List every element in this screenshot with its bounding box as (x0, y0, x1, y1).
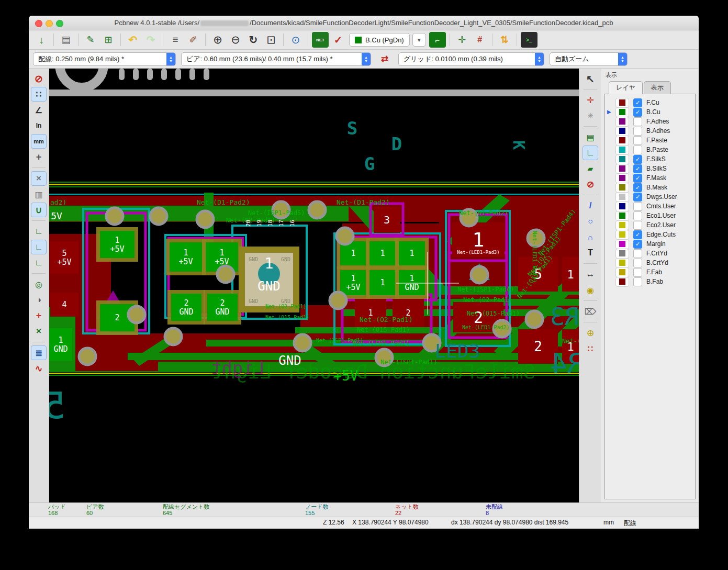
layer-color-swatch[interactable] (615, 107, 629, 117)
zoom-stepper-icon[interactable]: ▲▼ (618, 53, 627, 65)
save-board-button[interactable]: ↓ (33, 32, 50, 48)
layer-row-margin[interactable]: ✓Margin (605, 239, 695, 249)
layer-visibility-checkbox[interactable] (633, 202, 642, 211)
layer-color-swatch[interactable] (615, 249, 629, 259)
swap-layers-button[interactable]: ⇅ (496, 32, 513, 48)
add-graphic-line-button[interactable]: / (583, 198, 598, 213)
add-zone-button[interactable]: ▰ (583, 161, 598, 176)
layer-visibility-checkbox[interactable] (633, 136, 642, 145)
pads-sketch-button[interactable]: ∟ (31, 255, 47, 270)
layer-row-edge-cuts[interactable]: ✓Edge.Cuts (605, 230, 695, 239)
layer-row-dwgs-user[interactable]: ✓Dwgs.User (605, 192, 695, 202)
layers-manager-button[interactable]: ≣ (31, 345, 47, 360)
tracks-filled-button[interactable]: ∟ (31, 224, 47, 239)
layer-row-f-paste[interactable]: F.Paste (605, 136, 695, 145)
route-track-button[interactable]: ∟ (583, 146, 598, 160)
layer-selector-chevron-icon[interactable]: ▼ (412, 33, 426, 47)
tab-render[interactable]: 表示 (644, 81, 671, 94)
layer-row-f-mask[interactable]: ✓F.Mask (605, 173, 695, 183)
layer-row-b-cu[interactable]: ▶✓B.Cu (605, 107, 695, 117)
zoom-out-button[interactable]: ⊖ (227, 32, 244, 48)
layer-color-swatch[interactable] (615, 211, 629, 221)
ratsnest-mode-button[interactable]: # (472, 32, 488, 48)
track-width-select[interactable]: 配線: 0.250 mm (9.84 mils) * ▲▼ (33, 52, 176, 66)
add-keepout-button[interactable]: ⊘ (583, 177, 598, 192)
track-via-properties-button[interactable]: ⌐ (429, 32, 446, 48)
layer-color-swatch[interactable] (615, 98, 629, 108)
layer-color-swatch[interactable] (615, 258, 629, 268)
layer-row-b-fab[interactable]: B.Fab (605, 277, 695, 286)
local-ratsnest-button[interactable]: ✳ (583, 108, 598, 123)
pcb-canvas[interactable]: 1+5V21+5V1+5V2GND2GND1111+5V11GND1GND5+5… (49, 69, 579, 502)
layer-row-b-mask[interactable]: ✓B.Mask (605, 183, 695, 192)
layer-color-swatch[interactable] (615, 239, 629, 249)
layer-color-swatch[interactable] (615, 183, 629, 193)
module-editor-button[interactable]: ✎ (82, 32, 99, 48)
highlight-net-button[interactable]: ✛ (583, 93, 598, 107)
layer-row-cmts-user[interactable]: Cmts.User (605, 202, 695, 211)
undo-button[interactable]: ↶ (125, 32, 141, 48)
layer-row-b-paste[interactable]: B.Paste (605, 145, 695, 154)
module-browser-button[interactable]: ⊞ (100, 32, 117, 48)
add-arc-button[interactable]: ∩ (583, 230, 598, 244)
units-inches-button[interactable]: In (31, 118, 47, 133)
zoom-in-button[interactable]: ⊕ (209, 32, 226, 48)
select-tool-button[interactable]: ↖ (583, 71, 598, 86)
module-ratsnest-button[interactable]: ▥ (31, 187, 47, 202)
minimize-window-button[interactable] (46, 20, 53, 27)
drill-origin-button[interactable]: ⊕ (583, 326, 598, 340)
scripting-console-button[interactable]: >_ (521, 32, 537, 48)
redo-button[interactable]: ↷ (142, 32, 159, 48)
track-width-stepper-icon[interactable]: ▲▼ (166, 53, 175, 65)
add-target-button[interactable]: ◉ (583, 283, 598, 297)
layer-row-eco1-user[interactable]: Eco1.User (605, 211, 695, 220)
zoom-window-button[interactable] (56, 20, 63, 27)
zoom-fit-button[interactable]: ⊡ (263, 32, 279, 48)
layer-visibility-checkbox[interactable]: ✓ (633, 108, 642, 117)
layer-visibility-checkbox[interactable]: ✓ (633, 230, 642, 239)
layer-color-swatch[interactable] (615, 117, 629, 127)
high-contrast-button[interactable]: ◑ (31, 293, 47, 307)
layer-visibility-checkbox[interactable] (633, 146, 642, 154)
layer-color-swatch[interactable] (615, 277, 629, 287)
layer-row-f-crtyd[interactable]: F.CrtYd (605, 249, 695, 258)
layer-visibility-checkbox[interactable] (633, 221, 642, 230)
add-module-button[interactable]: ▤ (583, 130, 598, 144)
microwave-tools-button[interactable]: ∿ (31, 361, 47, 376)
via-size-stepper-icon[interactable]: ▲▼ (362, 53, 371, 65)
vias-sketch-button[interactable]: ◎ (31, 277, 47, 292)
add-circle-button[interactable]: ○ (583, 214, 598, 229)
layer-color-swatch[interactable] (615, 230, 629, 240)
layer-row-f-fab[interactable]: F.Fab (605, 267, 695, 277)
redraw-button[interactable]: ↻ (245, 32, 262, 48)
layer-visibility-checkbox[interactable] (633, 268, 642, 277)
layer-color-swatch[interactable] (615, 173, 629, 183)
layer-visibility-checkbox[interactable] (633, 211, 642, 220)
layer-visibility-checkbox[interactable]: ✓ (633, 183, 642, 192)
active-layer-selector[interactable]: B.Cu (PgDn) (349, 33, 410, 47)
delete-tool-button[interactable]: ⌦ (583, 304, 598, 319)
add-dimension-button[interactable]: ↔ (583, 267, 598, 282)
tracks-sketch-button[interactable]: ∟ (31, 240, 47, 254)
layer-row-b-crtyd[interactable]: B.CrtYd (605, 258, 695, 267)
layer-visibility-checkbox[interactable] (633, 127, 642, 136)
grid-origin-button[interactable]: ∷ (583, 341, 598, 356)
layer-visibility-checkbox[interactable]: ✓ (633, 164, 642, 173)
print-button[interactable]: ≡ (167, 32, 184, 48)
layer-visibility-checkbox[interactable]: ✓ (633, 155, 642, 164)
find-button[interactable]: ⊙ (287, 32, 304, 48)
layer-color-swatch[interactable] (615, 267, 629, 277)
units-mm-button[interactable]: mm (31, 134, 47, 149)
layer-row-f-adhes[interactable]: F.Adhes (605, 117, 695, 126)
tab-layers[interactable]: レイヤ (609, 81, 643, 94)
layer-visibility-checkbox[interactable] (633, 249, 642, 258)
via-size-select[interactable]: ビア: 0.60 mm (23.6 mils)/ 0.40 mm (15.7 m… (181, 52, 371, 66)
pcb-drawing[interactable]: 1+5V21+5V1+5V2GND2GND1111+5V11GND1GND5+5… (49, 69, 579, 505)
netlist-button[interactable]: NET (312, 32, 329, 48)
track-cross-button[interactable]: + (31, 308, 47, 323)
layer-color-swatch[interactable] (615, 126, 629, 136)
layer-visibility-checkbox[interactable] (633, 277, 642, 286)
grid-stepper-icon[interactable]: ▲▼ (535, 53, 544, 65)
layer-color-swatch[interactable] (615, 164, 629, 174)
layer-visibility-checkbox[interactable]: ✓ (633, 98, 642, 107)
